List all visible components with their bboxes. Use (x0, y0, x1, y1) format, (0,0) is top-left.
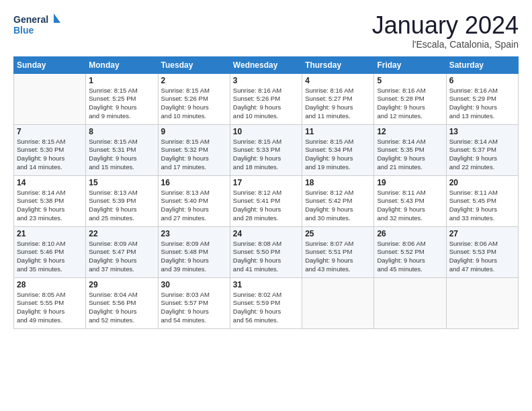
day-cell: 6Sunrise: 8:16 AM Sunset: 5:29 PM Daylig… (446, 73, 518, 124)
day-info: Sunrise: 8:15 AM Sunset: 5:34 PM Dayligh… (305, 138, 371, 172)
day-cell: 16Sunrise: 8:13 AM Sunset: 5:40 PM Dayli… (158, 175, 230, 226)
day-info: Sunrise: 8:08 AM Sunset: 5:50 PM Dayligh… (233, 240, 299, 274)
day-number: 22 (89, 229, 154, 238)
week-row-2: 7Sunrise: 8:15 AM Sunset: 5:30 PM Daylig… (14, 124, 519, 175)
day-info: Sunrise: 8:15 AM Sunset: 5:33 PM Dayligh… (233, 138, 299, 172)
day-number: 14 (17, 178, 83, 187)
svg-text:General: General (13, 14, 48, 25)
day-cell: 26Sunrise: 8:06 AM Sunset: 5:52 PM Dayli… (374, 226, 446, 277)
day-cell: 9Sunrise: 8:15 AM Sunset: 5:32 PM Daylig… (158, 124, 230, 175)
day-info: Sunrise: 8:15 AM Sunset: 5:25 PM Dayligh… (89, 87, 154, 121)
day-number: 21 (17, 229, 83, 238)
week-row-3: 14Sunrise: 8:14 AM Sunset: 5:38 PM Dayli… (14, 175, 519, 226)
day-number: 1 (89, 76, 154, 85)
day-info: Sunrise: 8:03 AM Sunset: 5:57 PM Dayligh… (161, 291, 227, 325)
day-cell: 11Sunrise: 8:15 AM Sunset: 5:34 PM Dayli… (302, 124, 374, 175)
day-number: 9 (161, 127, 227, 136)
day-cell: 18Sunrise: 8:12 AM Sunset: 5:42 PM Dayli… (302, 175, 374, 226)
day-info: Sunrise: 8:06 AM Sunset: 5:52 PM Dayligh… (377, 240, 443, 274)
month-title: January 2024 (372, 12, 519, 39)
day-info: Sunrise: 8:09 AM Sunset: 5:47 PM Dayligh… (89, 240, 154, 274)
day-cell: 12Sunrise: 8:14 AM Sunset: 5:35 PM Dayli… (374, 124, 446, 175)
col-header-thursday: Thursday (302, 56, 374, 73)
day-info: Sunrise: 8:16 AM Sunset: 5:27 PM Dayligh… (305, 87, 371, 121)
day-cell: 21Sunrise: 8:10 AM Sunset: 5:46 PM Dayli… (14, 226, 86, 277)
day-cell: 31Sunrise: 8:02 AM Sunset: 5:59 PM Dayli… (230, 277, 302, 328)
day-info: Sunrise: 8:14 AM Sunset: 5:35 PM Dayligh… (377, 138, 443, 172)
day-number: 30 (161, 280, 227, 289)
day-number: 5 (377, 76, 443, 85)
day-cell: 24Sunrise: 8:08 AM Sunset: 5:50 PM Dayli… (230, 226, 302, 277)
header-row: SundayMondayTuesdayWednesdayThursdayFrid… (14, 56, 519, 73)
day-info: Sunrise: 8:13 AM Sunset: 5:40 PM Dayligh… (161, 189, 227, 223)
day-number: 29 (89, 280, 154, 289)
day-info: Sunrise: 8:04 AM Sunset: 5:56 PM Dayligh… (89, 291, 154, 325)
day-number: 27 (449, 229, 515, 238)
day-cell: 14Sunrise: 8:14 AM Sunset: 5:38 PM Dayli… (14, 175, 86, 226)
day-cell: 1Sunrise: 8:15 AM Sunset: 5:25 PM Daylig… (86, 73, 158, 124)
col-header-friday: Friday (374, 56, 446, 73)
day-info: Sunrise: 8:13 AM Sunset: 5:39 PM Dayligh… (89, 189, 154, 223)
day-info: Sunrise: 8:16 AM Sunset: 5:29 PM Dayligh… (449, 87, 515, 121)
week-row-1: 1Sunrise: 8:15 AM Sunset: 5:25 PM Daylig… (14, 73, 519, 124)
day-cell: 29Sunrise: 8:04 AM Sunset: 5:56 PM Dayli… (86, 277, 158, 328)
day-info: Sunrise: 8:16 AM Sunset: 5:26 PM Dayligh… (233, 87, 299, 121)
day-cell: 13Sunrise: 8:14 AM Sunset: 5:37 PM Dayli… (446, 124, 518, 175)
day-number: 24 (233, 229, 299, 238)
day-cell: 15Sunrise: 8:13 AM Sunset: 5:39 PM Dayli… (86, 175, 158, 226)
day-number: 2 (161, 76, 227, 85)
day-number: 20 (449, 178, 515, 187)
col-header-wednesday: Wednesday (230, 56, 302, 73)
svg-marker-2 (54, 13, 60, 23)
logo: General Blue (13, 12, 60, 36)
day-number: 12 (377, 127, 443, 136)
col-header-sunday: Sunday (14, 56, 86, 73)
week-row-5: 28Sunrise: 8:05 AM Sunset: 5:55 PM Dayli… (14, 277, 519, 328)
day-cell: 28Sunrise: 8:05 AM Sunset: 5:55 PM Dayli… (14, 277, 86, 328)
day-info: Sunrise: 8:15 AM Sunset: 5:31 PM Dayligh… (89, 138, 154, 172)
day-cell (302, 277, 374, 328)
day-number: 26 (377, 229, 443, 238)
day-cell (446, 277, 518, 328)
day-number: 23 (161, 229, 227, 238)
day-info: Sunrise: 8:02 AM Sunset: 5:59 PM Dayligh… (233, 291, 299, 325)
day-number: 18 (305, 178, 371, 187)
day-cell: 8Sunrise: 8:15 AM Sunset: 5:31 PM Daylig… (86, 124, 158, 175)
header: General Blue January 2024 l'Escala, Cata… (13, 12, 519, 50)
day-number: 11 (305, 127, 371, 136)
day-info: Sunrise: 8:16 AM Sunset: 5:28 PM Dayligh… (377, 87, 443, 121)
day-info: Sunrise: 8:11 AM Sunset: 5:43 PM Dayligh… (377, 189, 443, 223)
day-number: 28 (17, 280, 83, 289)
day-cell: 19Sunrise: 8:11 AM Sunset: 5:43 PM Dayli… (374, 175, 446, 226)
week-row-4: 21Sunrise: 8:10 AM Sunset: 5:46 PM Dayli… (14, 226, 519, 277)
day-info: Sunrise: 8:15 AM Sunset: 5:30 PM Dayligh… (17, 138, 83, 172)
day-cell: 25Sunrise: 8:07 AM Sunset: 5:51 PM Dayli… (302, 226, 374, 277)
day-number: 15 (89, 178, 154, 187)
day-info: Sunrise: 8:05 AM Sunset: 5:55 PM Dayligh… (17, 291, 83, 325)
calendar-table: SundayMondayTuesdayWednesdayThursdayFrid… (13, 56, 519, 329)
day-info: Sunrise: 8:15 AM Sunset: 5:32 PM Dayligh… (161, 138, 227, 172)
day-number: 3 (233, 76, 299, 85)
day-number: 6 (449, 76, 515, 85)
day-number: 25 (305, 229, 371, 238)
day-cell: 20Sunrise: 8:11 AM Sunset: 5:45 PM Dayli… (446, 175, 518, 226)
day-cell: 4Sunrise: 8:16 AM Sunset: 5:27 PM Daylig… (302, 73, 374, 124)
day-number: 7 (17, 127, 83, 136)
day-info: Sunrise: 8:14 AM Sunset: 5:38 PM Dayligh… (17, 189, 83, 223)
day-info: Sunrise: 8:12 AM Sunset: 5:41 PM Dayligh… (233, 189, 299, 223)
day-cell: 7Sunrise: 8:15 AM Sunset: 5:30 PM Daylig… (14, 124, 86, 175)
day-cell: 30Sunrise: 8:03 AM Sunset: 5:57 PM Dayli… (158, 277, 230, 328)
col-header-saturday: Saturday (446, 56, 518, 73)
day-number: 13 (449, 127, 515, 136)
day-info: Sunrise: 8:12 AM Sunset: 5:42 PM Dayligh… (305, 189, 371, 223)
day-cell: 17Sunrise: 8:12 AM Sunset: 5:41 PM Dayli… (230, 175, 302, 226)
day-cell: 5Sunrise: 8:16 AM Sunset: 5:28 PM Daylig… (374, 73, 446, 124)
day-number: 19 (377, 178, 443, 187)
day-number: 16 (161, 178, 227, 187)
calendar-page: General Blue January 2024 l'Escala, Cata… (0, 0, 532, 411)
day-cell: 27Sunrise: 8:06 AM Sunset: 5:53 PM Dayli… (446, 226, 518, 277)
day-cell (14, 73, 86, 124)
day-number: 10 (233, 127, 299, 136)
day-cell: 3Sunrise: 8:16 AM Sunset: 5:26 PM Daylig… (230, 73, 302, 124)
day-cell: 22Sunrise: 8:09 AM Sunset: 5:47 PM Dayli… (86, 226, 158, 277)
